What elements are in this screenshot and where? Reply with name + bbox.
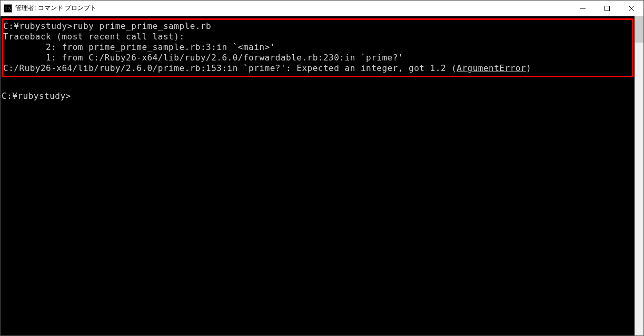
terminal-line-empty bbox=[2, 80, 633, 91]
terminal-line: 2: from prime_prime_sample.rb:3:in `<mai… bbox=[3, 42, 630, 53]
close-icon bbox=[629, 6, 634, 11]
error-class: ArgumentError bbox=[457, 63, 526, 73]
scrollbar-thumb[interactable] bbox=[635, 16, 643, 43]
svg-rect-1 bbox=[605, 6, 610, 11]
terminal-line: 1: from C:/Ruby26-x64/lib/ruby/2.6.0/for… bbox=[3, 53, 630, 63]
vertical-scrollbar[interactable] bbox=[635, 16, 643, 335]
error-line-pre: C:/Ruby26-x64/lib/ruby/2.6.0/prime.rb:15… bbox=[3, 63, 457, 73]
minimize-button[interactable] bbox=[571, 1, 595, 16]
terminal-line: C:¥rubystudy>ruby prime_prime_sample.rb bbox=[3, 21, 630, 32]
close-button[interactable] bbox=[619, 1, 643, 16]
terminal-line: C:/Ruby26-x64/lib/ruby/2.6.0/prime.rb:15… bbox=[3, 63, 630, 74]
titlebar-left: C:\ 管理者: コマンド プロンプト bbox=[1, 4, 571, 13]
client-area: C:¥rubystudy>ruby prime_prime_sample.rb … bbox=[1, 16, 643, 335]
highlight-box: C:¥rubystudy>ruby prime_prime_sample.rb … bbox=[2, 18, 633, 77]
maximize-button[interactable] bbox=[595, 1, 619, 16]
maximize-icon bbox=[605, 6, 610, 11]
terminal-line: Traceback (most recent call last): bbox=[3, 32, 630, 42]
minimize-icon bbox=[580, 6, 586, 11]
window-frame: C:\ 管理者: コマンド プロンプト bbox=[0, 0, 644, 336]
titlebar[interactable]: C:\ 管理者: コマンド プロンプト bbox=[1, 1, 643, 16]
window-title: 管理者: コマンド プロンプト bbox=[15, 4, 96, 13]
window-controls bbox=[571, 1, 643, 16]
error-line-post: ) bbox=[526, 63, 531, 73]
terminal[interactable]: C:¥rubystudy>ruby prime_prime_sample.rb … bbox=[1, 16, 635, 335]
prompt-line: C:¥rubystudy> bbox=[2, 91, 633, 101]
cmd-icon: C:\ bbox=[4, 4, 12, 13]
